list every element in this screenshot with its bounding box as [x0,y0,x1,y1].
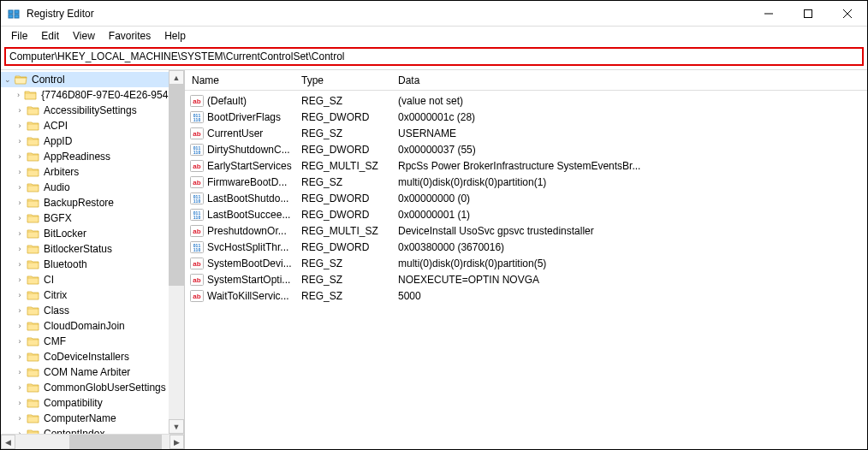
expand-icon[interactable]: › [15,275,25,285]
tree-item[interactable]: ›ContentIndex [1,426,169,434]
expand-icon[interactable]: › [15,398,25,408]
menu-file[interactable]: File [4,28,34,44]
registry-value-row[interactable]: SystemStartOpti...REG_SZ NOEXECUTE=OPTIN… [185,271,867,287]
expand-icon[interactable]: › [15,259,25,269]
expand-icon[interactable]: › [15,305,25,316]
scroll-thumb[interactable] [169,85,184,286]
menu-help[interactable]: Help [158,28,193,44]
folder-icon [27,274,40,286]
tree-item[interactable]: ›AppID [1,133,169,149]
expand-icon[interactable]: › [15,352,25,362]
registry-value-row[interactable]: FirmwareBootD...REG_SZmulti(0)disk(0)rdi… [185,174,867,190]
expand-icon[interactable]: › [15,105,25,115]
folder-icon [27,289,40,301]
tree-item[interactable]: ›CloudDomainJoin [1,318,169,334]
close-button[interactable] [828,1,867,27]
value-type: REG_SZ [294,127,391,139]
registry-value-row[interactable]: CurrentUserREG_SZUSERNAME [185,125,867,141]
expand-icon[interactable]: › [15,182,25,192]
registry-value-row[interactable]: WaitToKillServic...REG_SZ5000 [185,287,867,304]
scroll-thumb[interactable] [69,435,162,449]
tree-item[interactable]: ›CI [1,272,169,287]
tree-item[interactable]: ›AccessibilitySettings [1,103,169,118]
menu-edit[interactable]: Edit [34,28,66,44]
tree-item[interactable]: ›Bluetooth [1,257,169,272]
registry-value-row[interactable]: (Default)REG_SZ(value not set) [185,92,867,109]
registry-value-row[interactable]: LastBootSuccee...REG_DWORD0x00000001 (1) [185,206,867,222]
folder-icon [27,181,40,193]
menu-view-label: View [73,30,95,42]
registry-value-row[interactable]: LastBootShutdo...REG_DWORD0x00000000 (0) [185,190,867,206]
scroll-right-icon[interactable]: ▶ [169,435,184,449]
tree-item[interactable]: ›ACPI [1,118,169,133]
tree-item-label: ACPI [44,120,68,132]
expand-icon[interactable]: › [15,321,25,331]
tree-item[interactable]: ⌄Control [1,72,169,87]
expand-icon[interactable]: › [15,336,25,346]
tree-vertical-scrollbar[interactable]: ▲ ▼ [169,70,184,434]
address-bar[interactable] [4,47,864,66]
expand-collapse-icon[interactable]: ⌄ [3,74,13,85]
registry-value-row[interactable]: DirtyShutdownC...REG_DWORD0x00000037 (55… [185,141,867,157]
tree-item[interactable]: ›Arbiters [1,164,169,180]
expand-icon[interactable]: › [15,413,25,423]
column-header-name[interactable]: Name [185,74,294,86]
expand-icon[interactable]: › [15,121,25,131]
menu-view[interactable]: View [66,28,102,44]
expand-icon[interactable]: › [15,151,25,162]
value-data: multi(0)disk(0)rdisk(0)partition(1) [391,176,867,188]
tree-item[interactable]: ›CommonGlobUserSettings [1,380,169,395]
tree-item[interactable]: ›Compatibility [1,395,169,411]
column-header-data[interactable]: Data [391,74,867,86]
tree-item[interactable]: ›ComputerName [1,411,169,426]
registry-value-row[interactable]: BootDriverFlagsREG_DWORD0x0000001c (28) [185,109,867,125]
value-list[interactable]: (Default)REG_SZ(value not set)BootDriver… [185,91,867,449]
scroll-track[interactable] [15,435,169,449]
expand-icon[interactable]: › [15,244,25,254]
expand-icon[interactable]: › [15,213,25,223]
tree-item[interactable]: ›BackupRestore [1,195,169,210]
string-value-icon [190,95,204,107]
tree-horizontal-scrollbar[interactable]: ◀ ▶ [1,434,184,449]
registry-value-row[interactable]: SystemBootDevi...REG_SZmulti(0)disk(0)rd… [185,255,867,271]
expand-icon[interactable]: › [15,167,25,177]
scroll-up-icon[interactable]: ▲ [169,70,184,85]
tree-item[interactable]: ›BitlockerStatus [1,241,169,257]
registry-value-row[interactable]: EarlyStartServicesREG_MULTI_SZRpcSs Powe… [185,157,867,174]
binary-value-icon [190,209,204,221]
tree-item[interactable]: ›BGFX [1,210,169,226]
minimize-button[interactable] [749,1,788,27]
expand-icon[interactable]: › [15,367,25,377]
registry-value-row[interactable]: PreshutdownOr...REG_MULTI_SZDeviceInstal… [185,222,867,239]
tree-item[interactable]: ›{7746D80F-97E0-4E26-9543-26B41 [1,87,169,103]
address-input[interactable] [9,50,859,62]
menu-favorites[interactable]: Favorites [102,28,158,44]
tree-item[interactable]: ›CMF [1,334,169,349]
expand-icon[interactable]: › [15,382,25,393]
expand-icon[interactable]: › [15,228,25,239]
registry-value-row[interactable]: SvcHostSplitThr...REG_DWORD0x00380000 (3… [185,239,867,255]
tree-item[interactable]: ›Citrix [1,287,169,303]
scroll-down-icon[interactable]: ▼ [169,419,184,434]
tree-item[interactable]: ›BitLocker [1,226,169,241]
value-name: WaitToKillServic... [207,290,289,302]
expand-icon[interactable]: › [15,136,25,146]
tree-item[interactable]: ›CoDeviceInstallers [1,349,169,364]
tree-item[interactable]: ›AppReadiness [1,149,169,164]
expand-icon[interactable]: › [15,290,25,300]
scroll-track[interactable] [169,85,184,419]
tree-item-label: Class [44,305,69,317]
tree-item-label: COM Name Arbiter [44,366,130,378]
expand-icon[interactable]: › [15,198,25,208]
scroll-left-icon[interactable]: ◀ [1,435,15,449]
value-type: REG_SZ [294,290,391,302]
expand-icon[interactable]: › [15,90,22,100]
tree-item[interactable]: ›Class [1,303,169,318]
tree-item[interactable]: ›Audio [1,180,169,195]
registry-tree[interactable]: ⌄Control›{7746D80F-97E0-4E26-9543-26B41›… [1,70,169,434]
tree-item[interactable]: ›COM Name Arbiter [1,364,169,380]
column-header-type[interactable]: Type [294,74,391,86]
menu-edit-label: Edit [41,30,59,42]
value-name: SystemStartOpti... [207,274,290,286]
maximize-button[interactable] [788,1,828,27]
